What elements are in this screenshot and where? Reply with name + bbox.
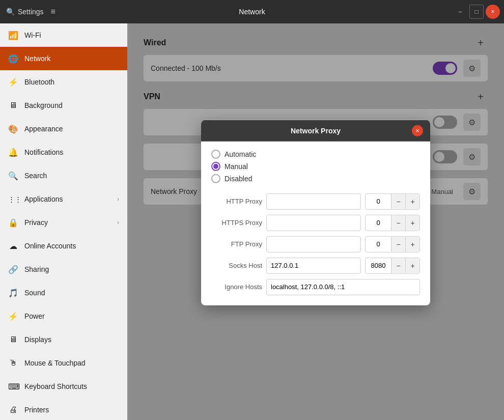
sharing-icon: 🔗 xyxy=(8,265,18,274)
socks-port-input[interactable] xyxy=(366,262,391,269)
sidebar-label-online-accounts: Online Accounts xyxy=(24,242,76,250)
https-port-increment[interactable]: + xyxy=(405,215,419,230)
https-proxy-input[interactable] xyxy=(266,214,361,231)
search-sidebar-icon: 🔍 xyxy=(8,171,18,181)
network-icon: 🌐 xyxy=(8,54,18,64)
http-port-input[interactable] xyxy=(366,198,391,205)
radio-manual[interactable]: Manual xyxy=(211,161,420,171)
sidebar-label-power: Power xyxy=(24,312,45,320)
sidebar-item-printers[interactable]: 🖨 Printers xyxy=(0,398,127,420)
minimize-button[interactable]: – xyxy=(453,5,467,19)
ignore-hosts-input[interactable] xyxy=(266,278,420,295)
radio-disabled-label: Disabled xyxy=(225,174,252,182)
http-port-decrement[interactable]: − xyxy=(391,193,405,209)
window-controls: – □ × xyxy=(453,5,504,19)
close-window-button[interactable]: × xyxy=(486,5,500,19)
proxy-mode-radio-group: Automatic Manual Disabled xyxy=(211,149,420,183)
radio-disabled[interactable]: Disabled xyxy=(211,174,420,183)
https-proxy-field: HTTPS Proxy − + xyxy=(211,214,420,231)
socks-port-increment[interactable]: + xyxy=(405,258,419,273)
sidebar-label-bluetooth: Bluetooth xyxy=(24,78,54,86)
dialog-title: Network Proxy xyxy=(219,126,412,134)
notifications-icon: 🔔 xyxy=(8,148,18,157)
sidebar-item-keyboard-shortcuts[interactable]: ⌨ Keyboard Shortcuts xyxy=(0,375,127,398)
radio-automatic-circle xyxy=(211,149,220,158)
network-proxy-dialog: Network Proxy × Automatic Manual xyxy=(201,120,430,305)
socks-proxy-input[interactable] xyxy=(266,257,361,273)
ftp-proxy-input[interactable] xyxy=(266,236,361,252)
http-proxy-input[interactable] xyxy=(266,193,361,209)
printers-icon: 🖨 xyxy=(8,405,18,414)
mouse-icon: 🖱 xyxy=(8,358,18,368)
sidebar-item-wifi[interactable]: 📶 Wi-Fi xyxy=(0,23,127,47)
radio-automatic[interactable]: Automatic xyxy=(211,149,420,158)
sidebar-item-notifications[interactable]: 🔔 Notifications xyxy=(0,141,127,164)
sidebar-item-displays[interactable]: 🖥 Displays xyxy=(0,328,127,351)
ignore-hosts-field: Ignore Hosts xyxy=(211,278,420,295)
dialog-body: Automatic Manual Disabled HTTP Pr xyxy=(201,141,430,305)
http-port-increment[interactable]: + xyxy=(405,193,419,209)
sidebar-item-sound[interactable]: 🎵 Sound xyxy=(0,281,127,304)
app-body: 📶 Wi-Fi 🌐 Network ⚡ Bluetooth 🖥 Backgrou… xyxy=(0,23,504,420)
sidebar-item-bluetooth[interactable]: ⚡ Bluetooth xyxy=(0,70,127,94)
privacy-icon: 🔒 xyxy=(8,218,18,228)
sidebar-item-search[interactable]: 🔍 Search xyxy=(0,164,127,187)
sidebar-item-appearance[interactable]: 🎨 Appearance xyxy=(0,117,127,141)
ftp-port-increment[interactable]: + xyxy=(405,236,419,251)
ftp-port-decrement[interactable]: − xyxy=(391,236,405,251)
https-port-group: − + xyxy=(365,214,420,231)
sidebar-item-privacy[interactable]: 🔒 Privacy › xyxy=(0,211,127,234)
titlebar: 🔍 Settings ≡ Network – □ × xyxy=(0,0,504,23)
sidebar-item-sharing[interactable]: 🔗 Sharing xyxy=(0,258,127,281)
sidebar-label-network: Network xyxy=(24,54,50,63)
sidebar-item-background[interactable]: 🖥 Background xyxy=(0,94,127,117)
socks-proxy-label: Socks Host xyxy=(211,262,262,269)
radio-disabled-circle xyxy=(211,174,220,183)
bluetooth-icon: ⚡ xyxy=(8,77,18,87)
https-proxy-label: HTTPS Proxy xyxy=(211,219,262,227)
sidebar-item-network[interactable]: 🌐 Network xyxy=(0,47,127,70)
wifi-icon: 📶 xyxy=(8,31,18,40)
socks-port-decrement[interactable]: − xyxy=(391,258,405,273)
maximize-button[interactable]: □ xyxy=(469,5,484,19)
applications-icon: ⋮⋮ xyxy=(8,195,18,203)
proxy-fields: HTTP Proxy − + HTTPS Proxy xyxy=(211,193,420,295)
menu-button[interactable]: ≡ xyxy=(47,5,60,18)
sidebar-item-online-accounts[interactable]: ☁ Online Accounts xyxy=(0,234,127,258)
ftp-port-input[interactable] xyxy=(366,240,391,248)
sidebar-label-sharing: Sharing xyxy=(24,265,49,273)
background-icon: 🖥 xyxy=(8,101,18,110)
sidebar-label-keyboard-shortcuts: Keyboard Shortcuts xyxy=(24,382,87,390)
radio-automatic-label: Automatic xyxy=(225,150,256,158)
sidebar-item-applications[interactable]: ⋮⋮ Applications › xyxy=(0,187,127,211)
search-icon: 🔍 xyxy=(6,8,15,16)
privacy-chevron: › xyxy=(117,219,119,226)
displays-icon: 🖥 xyxy=(8,335,18,344)
sidebar-label-privacy: Privacy xyxy=(24,218,48,227)
ftp-proxy-label: FTP Proxy xyxy=(211,240,262,248)
sidebar-label-search: Search xyxy=(24,172,47,180)
ftp-proxy-field: FTP Proxy − + xyxy=(211,236,420,252)
http-proxy-field: HTTP Proxy − + xyxy=(211,193,420,209)
radio-manual-circle xyxy=(211,161,220,171)
sidebar-label-background: Background xyxy=(24,101,63,109)
power-icon: ⚡ xyxy=(8,312,18,321)
sidebar-label-displays: Displays xyxy=(24,335,51,344)
keyboard-icon: ⌨ xyxy=(8,382,18,391)
http-proxy-label: HTTP Proxy xyxy=(211,198,262,205)
radio-manual-label: Manual xyxy=(225,162,248,170)
online-accounts-icon: ☁ xyxy=(8,241,18,251)
ftp-port-group: − + xyxy=(365,236,420,252)
titlebar-search-area: 🔍 Settings ≡ xyxy=(0,5,66,18)
https-port-input[interactable] xyxy=(366,219,391,227)
dialog-header: Network Proxy × xyxy=(201,120,430,141)
sidebar-label-notifications: Notifications xyxy=(24,148,63,156)
http-port-group: − + xyxy=(365,193,420,209)
applications-chevron: › xyxy=(117,195,119,203)
sidebar-label-sound: Sound xyxy=(24,289,45,297)
dialog-close-button[interactable]: × xyxy=(412,125,423,136)
sidebar-item-mouse-touchpad[interactable]: 🖱 Mouse & Touchpad xyxy=(0,351,127,375)
https-port-decrement[interactable]: − xyxy=(391,215,405,230)
sidebar-label-applications: Applications xyxy=(24,195,63,203)
sidebar-item-power[interactable]: ⚡ Power xyxy=(0,304,127,328)
